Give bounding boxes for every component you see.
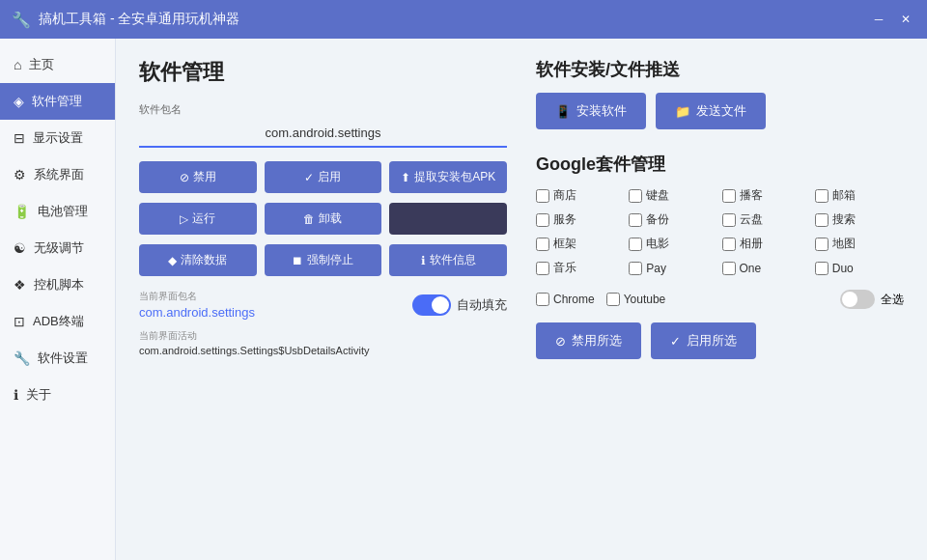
sidebar-item-software[interactable]: ◈ 软件管理 bbox=[0, 83, 115, 120]
checkbox-movies[interactable]: 电影 bbox=[629, 236, 717, 252]
sidebar-item-home[interactable]: ⌂ 主页 bbox=[0, 46, 115, 83]
checkbox-player-input[interactable] bbox=[722, 189, 736, 203]
enable-all-button[interactable]: ✓ 启用所选 bbox=[651, 322, 756, 359]
sidebar-item-settings[interactable]: 🔧 软件设置 bbox=[0, 340, 115, 377]
checkbox-search-label: 搜索 bbox=[832, 211, 856, 228]
checkbox-service-input[interactable] bbox=[536, 213, 549, 227]
checkbox-player-label: 播客 bbox=[740, 187, 763, 204]
install-software-button[interactable]: 📱 安装软件 bbox=[536, 93, 646, 129]
checkbox-youtube[interactable]: Youtube bbox=[606, 293, 666, 306]
checkbox-photos-input[interactable] bbox=[722, 238, 736, 251]
enable-label: 启用 bbox=[318, 169, 341, 185]
checkbox-service[interactable]: 服务 bbox=[536, 211, 625, 228]
info-button[interactable]: ℹ 软件信息 bbox=[389, 244, 507, 276]
disable-all-button[interactable]: ⊘ 禁用所选 bbox=[536, 322, 641, 359]
checkbox-grid: 商店 键盘 播客 邮箱 服务 bbox=[536, 187, 904, 276]
enable-all-icon: ✓ bbox=[670, 334, 681, 349]
sidebar-label-software: 软件管理 bbox=[32, 93, 82, 110]
run-icon: ▷ bbox=[180, 212, 188, 226]
sidebar-item-advanced[interactable]: ☯ 无级调节 bbox=[0, 230, 115, 266]
checkbox-drive[interactable]: 云盘 bbox=[722, 211, 811, 228]
checkbox-framework-input[interactable] bbox=[536, 238, 549, 251]
clear-icon: ◆ bbox=[168, 254, 177, 267]
select-all-knob bbox=[842, 292, 857, 307]
app-icon: 🔧 bbox=[12, 11, 31, 29]
hidden-button[interactable] bbox=[389, 203, 507, 235]
checkbox-framework[interactable]: 框架 bbox=[536, 236, 625, 252]
checkbox-drive-input[interactable] bbox=[722, 213, 736, 227]
display-icon: ⊟ bbox=[14, 130, 25, 146]
checkbox-mail[interactable]: 邮箱 bbox=[815, 187, 904, 204]
title-bar-left: 🔧 搞机工具箱 - 全安卓通用玩机神器 bbox=[12, 11, 239, 29]
sidebar-item-battery[interactable]: 🔋 电池管理 bbox=[0, 193, 115, 230]
checkbox-youtube-input[interactable] bbox=[606, 293, 620, 306]
clear-button[interactable]: ◆ 清除数据 bbox=[139, 244, 257, 276]
button-row-2: ▷ 运行 🗑 卸载 bbox=[139, 203, 507, 235]
checkbox-one-input[interactable] bbox=[722, 262, 736, 275]
checkbox-duo-input[interactable] bbox=[815, 262, 829, 275]
minimize-button[interactable]: ─ bbox=[869, 13, 888, 26]
disable-icon: ⊘ bbox=[180, 171, 189, 184]
checkbox-duo[interactable]: Duo bbox=[815, 260, 904, 276]
checkbox-photos[interactable]: 相册 bbox=[722, 236, 811, 252]
checkbox-search[interactable]: 搜索 bbox=[815, 211, 904, 228]
info-label: 软件信息 bbox=[430, 252, 476, 268]
checkbox-backup[interactable]: 备份 bbox=[629, 211, 717, 228]
sidebar-label-script: 控机脚本 bbox=[34, 276, 84, 294]
clear-label: 清除数据 bbox=[181, 252, 227, 268]
disable-all-icon: ⊘ bbox=[555, 334, 566, 349]
checkbox-pay-label: Pay bbox=[646, 262, 666, 275]
checkbox-search-input[interactable] bbox=[815, 213, 829, 227]
checkbox-maps-input[interactable] bbox=[815, 238, 829, 251]
current-package-value: com.android.settings bbox=[139, 305, 401, 320]
close-button[interactable]: ✕ bbox=[896, 13, 915, 26]
checkbox-chrome[interactable]: Chrome bbox=[536, 293, 595, 306]
uninstall-label: 卸载 bbox=[319, 210, 342, 227]
enable-button[interactable]: ✓ 启用 bbox=[265, 161, 382, 193]
package-input[interactable] bbox=[139, 120, 507, 148]
checkbox-maps[interactable]: 地图 bbox=[815, 236, 904, 252]
checkbox-mail-input[interactable] bbox=[815, 189, 829, 203]
checkbox-pay-input[interactable] bbox=[629, 262, 642, 275]
right-panel: 软件安装/文件推送 📱 安装软件 📁 发送文件 Google套件管理 商店 bbox=[536, 58, 904, 541]
checkbox-music-input[interactable] bbox=[536, 262, 549, 275]
send-file-button[interactable]: 📁 发送文件 bbox=[656, 93, 766, 129]
sidebar-item-about[interactable]: ℹ 关于 bbox=[0, 377, 115, 413]
checkbox-store[interactable]: 商店 bbox=[536, 187, 625, 204]
main-content: 软件管理 软件包名 ⊘ 禁用 ✓ 启用 ⬆ 提取安装包APK bbox=[116, 39, 927, 560]
force-stop-button[interactable]: ⏹ 强制停止 bbox=[265, 244, 382, 276]
extract-icon: ⬆ bbox=[401, 171, 410, 184]
sidebar-item-system[interactable]: ⚙ 系统界面 bbox=[0, 156, 115, 193]
checkbox-keyboard[interactable]: 键盘 bbox=[629, 187, 717, 204]
battery-icon: 🔋 bbox=[14, 204, 30, 219]
current-package-label: 当前界面包名 bbox=[139, 290, 401, 303]
auto-fill-toggle[interactable] bbox=[412, 294, 451, 316]
extract-button[interactable]: ⬆ 提取安装包APK bbox=[389, 161, 507, 193]
checkbox-music[interactable]: 音乐 bbox=[536, 260, 625, 276]
disable-button[interactable]: ⊘ 禁用 bbox=[139, 161, 257, 193]
checkbox-one[interactable]: One bbox=[722, 260, 811, 276]
button-row-1: ⊘ 禁用 ✓ 启用 ⬆ 提取安装包APK bbox=[139, 161, 507, 193]
run-button[interactable]: ▷ 运行 bbox=[139, 203, 257, 235]
sidebar-item-script[interactable]: ❖ 控机脚本 bbox=[0, 266, 115, 303]
send-label: 发送文件 bbox=[696, 102, 746, 120]
checkbox-pay[interactable]: Pay bbox=[629, 260, 717, 276]
select-all-toggle[interactable] bbox=[840, 290, 875, 309]
checkbox-chrome-input[interactable] bbox=[536, 293, 549, 306]
app-body: ⌂ 主页 ◈ 软件管理 ⊟ 显示设置 ⚙ 系统界面 🔋 电池管理 ☯ 无级调节 … bbox=[0, 39, 927, 560]
sidebar-label-system: 系统界面 bbox=[34, 166, 84, 183]
sidebar-label-battery: 电池管理 bbox=[38, 203, 88, 220]
checkbox-backup-input[interactable] bbox=[629, 213, 642, 227]
checkbox-duo-label: Duo bbox=[832, 262, 854, 275]
uninstall-button[interactable]: 🗑 卸载 bbox=[265, 203, 382, 235]
about-icon: ℹ bbox=[14, 387, 18, 403]
checkbox-movies-input[interactable] bbox=[629, 238, 642, 251]
sidebar-item-display[interactable]: ⊟ 显示设置 bbox=[0, 120, 115, 156]
checkbox-movies-label: 电影 bbox=[646, 236, 669, 252]
checkbox-store-input[interactable] bbox=[536, 189, 549, 203]
sidebar-item-adb[interactable]: ⊡ ADB终端 bbox=[0, 303, 115, 340]
install-title: 软件安装/文件推送 bbox=[536, 58, 904, 81]
checkbox-keyboard-input[interactable] bbox=[629, 189, 642, 203]
checkbox-player[interactable]: 播客 bbox=[722, 187, 811, 204]
advanced-icon: ☯ bbox=[14, 240, 26, 256]
